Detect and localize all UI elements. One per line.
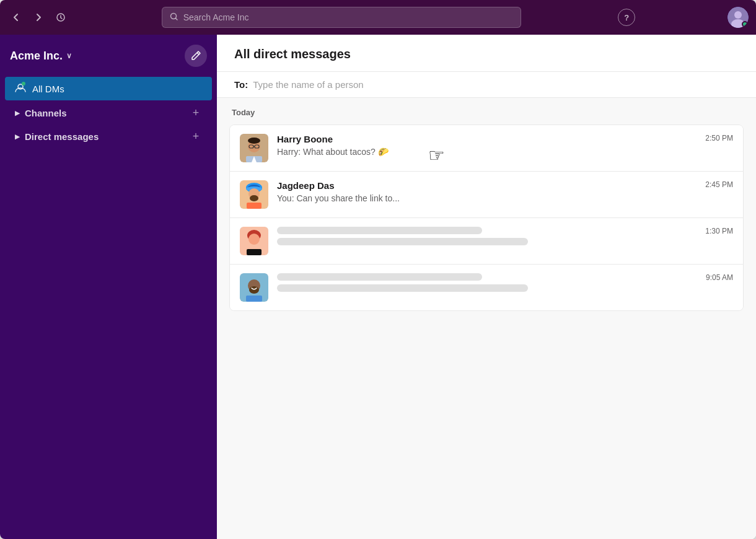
avatar-beard bbox=[240, 273, 268, 302]
content-header: All direct messages bbox=[217, 35, 756, 72]
sidebar-section-channels[interactable]: ▶ Channels + bbox=[5, 102, 212, 124]
svg-point-9 bbox=[248, 138, 260, 144]
help-button[interactable]: ? bbox=[618, 9, 635, 26]
all-dms-icon bbox=[15, 82, 26, 95]
placeholder-preview-beard bbox=[277, 284, 528, 292]
svg-point-28 bbox=[249, 286, 259, 294]
dm-card-beard[interactable]: 9:05 AM bbox=[230, 265, 743, 310]
date-label: Today bbox=[229, 108, 744, 117]
dm-name-harry: Harry Boone bbox=[277, 134, 733, 144]
back-button[interactable] bbox=[7, 9, 25, 26]
sidebar-section-dms[interactable]: ▶ Direct messages + bbox=[5, 125, 212, 147]
dm-name-jagdeep: Jagdeep Das bbox=[277, 180, 733, 191]
search-icon bbox=[170, 12, 178, 23]
svg-rect-29 bbox=[246, 296, 262, 302]
svg-point-20 bbox=[250, 195, 258, 201]
dm-card-harry[interactable]: Harry Boone Harry: What about tacos? 🌮 2… bbox=[230, 125, 743, 172]
svg-rect-25 bbox=[247, 249, 262, 255]
add-dm-button[interactable]: + bbox=[190, 130, 202, 142]
avatar-woman bbox=[240, 227, 268, 255]
dms-arrow-icon: ▶ bbox=[15, 133, 20, 140]
history-button[interactable] bbox=[52, 9, 69, 26]
workspace-chevron-icon: ∨ bbox=[66, 51, 72, 60]
search-input[interactable] bbox=[183, 12, 513, 22]
dm-info-woman bbox=[277, 227, 733, 249]
sidebar-item-all-dms-label: All DMs bbox=[32, 84, 64, 94]
svg-point-24 bbox=[248, 234, 260, 245]
dm-preview-harry: Harry: What about tacos? 🌮 bbox=[277, 147, 733, 157]
dm-card-jagdeep[interactable]: Jagdeep Das You: Can you share the link … bbox=[230, 172, 743, 218]
dm-time-beard: 9:05 AM bbox=[706, 273, 733, 282]
dm-time-harry: 2:50 PM bbox=[705, 134, 733, 142]
main-area: Acme Inc. ∨ bbox=[0, 35, 756, 539]
svg-point-3 bbox=[734, 11, 742, 19]
app-window: ? Acme Inc. ∨ bbox=[0, 0, 756, 539]
dm-card-woman[interactable]: 1:30 PM bbox=[230, 218, 743, 265]
sidebar-item-all-dms[interactable]: All DMs bbox=[5, 77, 212, 100]
page-title: All direct messages bbox=[234, 47, 739, 61]
workspace-name[interactable]: Acme Inc. ∨ bbox=[10, 50, 72, 63]
to-label: To: bbox=[234, 79, 248, 90]
online-indicator bbox=[742, 21, 748, 27]
dm-info-harry: Harry Boone Harry: What about tacos? 🌮 bbox=[277, 134, 733, 157]
dm-cards-group: Harry Boone Harry: What about tacos? 🌮 2… bbox=[229, 125, 744, 311]
placeholder-name-woman bbox=[277, 227, 482, 234]
dm-preview-jagdeep: You: Can you share the link to... bbox=[277, 193, 733, 203]
dm-list-area: Today bbox=[217, 98, 756, 539]
avatar-harry bbox=[240, 134, 268, 162]
channels-arrow-icon: ▶ bbox=[15, 110, 20, 116]
dm-info-jagdeep: Jagdeep Das You: Can you share the link … bbox=[277, 180, 733, 203]
to-input[interactable] bbox=[253, 79, 739, 90]
placeholder-name-beard bbox=[277, 273, 482, 281]
top-bar: ? bbox=[0, 0, 756, 35]
forward-button[interactable] bbox=[30, 9, 47, 26]
user-avatar-top[interactable] bbox=[727, 7, 749, 28]
to-field: To: bbox=[217, 72, 756, 98]
dm-info-beard bbox=[277, 273, 733, 296]
search-bar[interactable] bbox=[162, 7, 521, 28]
add-channel-button[interactable]: + bbox=[190, 107, 202, 119]
content-area: All direct messages To: Today bbox=[217, 35, 756, 539]
dm-time-woman: 1:30 PM bbox=[705, 227, 733, 235]
placeholder-preview-woman bbox=[277, 238, 528, 245]
compose-button[interactable] bbox=[185, 45, 207, 67]
workspace-header: Acme Inc. ∨ bbox=[0, 40, 217, 77]
workspace-name-label: Acme Inc. bbox=[10, 50, 63, 63]
direct-messages-label: Direct messages bbox=[25, 131, 99, 142]
dm-time-jagdeep: 2:45 PM bbox=[705, 180, 733, 189]
sidebar: Acme Inc. ∨ bbox=[0, 35, 217, 539]
avatar-jagdeep bbox=[240, 180, 268, 209]
svg-rect-21 bbox=[247, 203, 262, 209]
svg-point-6 bbox=[22, 82, 25, 85]
channels-label: Channels bbox=[25, 108, 67, 118]
